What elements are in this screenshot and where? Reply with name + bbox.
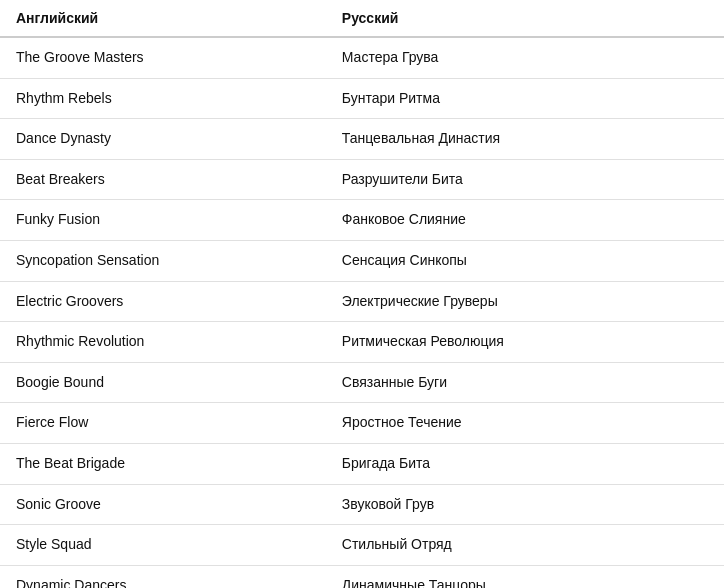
cell-english: Rhythmic Revolution (0, 322, 326, 363)
table-row: Rhythmic RevolutionРитмическая Революция (0, 322, 724, 363)
cell-english: Style Squad (0, 525, 326, 566)
cell-russian: Стильный Отряд (326, 525, 724, 566)
table-row: Rhythm RebelsБунтари Ритма (0, 78, 724, 119)
cell-russian: Динамичные Танцоры (326, 565, 724, 588)
table-header-row: Английский Русский (0, 0, 724, 37)
cell-english: Syncopation Sensation (0, 240, 326, 281)
cell-english: Dynamic Dancers (0, 565, 326, 588)
cell-english: The Beat Brigade (0, 443, 326, 484)
cell-english: Beat Breakers (0, 159, 326, 200)
cell-russian: Электрические Груверы (326, 281, 724, 322)
table-row: Style SquadСтильный Отряд (0, 525, 724, 566)
cell-russian: Бригада Бита (326, 443, 724, 484)
table-row: Fierce FlowЯростное Течение (0, 403, 724, 444)
table-row: Beat BreakersРазрушители Бита (0, 159, 724, 200)
table-row: The Groove MastersМастера Грува (0, 37, 724, 78)
table-row: Sonic GrooveЗвуковой Грув (0, 484, 724, 525)
cell-russian: Танцевальная Династия (326, 119, 724, 160)
cell-russian: Фанковое Слияние (326, 200, 724, 241)
cell-english: Dance Dynasty (0, 119, 326, 160)
cell-english: Fierce Flow (0, 403, 326, 444)
translation-table: Английский Русский The Groove MastersМас… (0, 0, 724, 588)
cell-russian: Связанные Буги (326, 362, 724, 403)
table-row: Electric GrooversЭлектрические Груверы (0, 281, 724, 322)
column-header-russian: Русский (326, 0, 724, 37)
cell-english: Electric Groovers (0, 281, 326, 322)
table-row: Dynamic DancersДинамичные Танцоры (0, 565, 724, 588)
cell-russian: Разрушители Бита (326, 159, 724, 200)
table-row: Dance DynastyТанцевальная Династия (0, 119, 724, 160)
cell-english: Sonic Groove (0, 484, 326, 525)
column-header-english: Английский (0, 0, 326, 37)
table-row: The Beat BrigadeБригада Бита (0, 443, 724, 484)
cell-russian: Бунтари Ритма (326, 78, 724, 119)
cell-english: Boogie Bound (0, 362, 326, 403)
table-row: Syncopation SensationСенсация Синкопы (0, 240, 724, 281)
cell-english: The Groove Masters (0, 37, 326, 78)
cell-russian: Ритмическая Революция (326, 322, 724, 363)
cell-english: Rhythm Rebels (0, 78, 326, 119)
cell-russian: Яростное Течение (326, 403, 724, 444)
cell-russian: Мастера Грува (326, 37, 724, 78)
cell-english: Funky Fusion (0, 200, 326, 241)
cell-russian: Сенсация Синкопы (326, 240, 724, 281)
cell-russian: Звуковой Грув (326, 484, 724, 525)
table-row: Funky FusionФанковое Слияние (0, 200, 724, 241)
table-row: Boogie BoundСвязанные Буги (0, 362, 724, 403)
